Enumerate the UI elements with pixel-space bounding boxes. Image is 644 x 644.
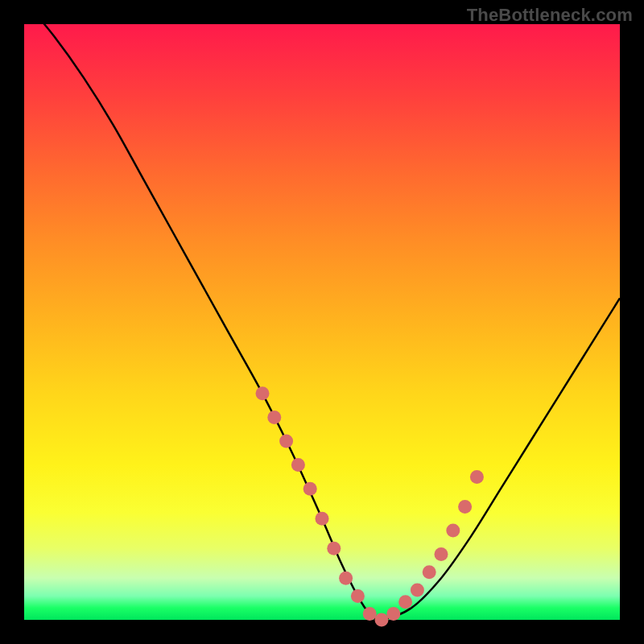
chart-plot-area — [24, 24, 620, 620]
marker-dot — [291, 458, 305, 472]
marker-dot — [446, 524, 460, 538]
marker-dot — [423, 565, 436, 579]
marker-dot — [470, 470, 484, 484]
marker-dot — [256, 386, 270, 400]
marker-dot — [411, 584, 424, 597]
marker-dot — [458, 500, 472, 514]
chart-frame: TheBottleneck.com — [0, 0, 644, 644]
marker-dot — [375, 613, 389, 627]
marker-dot — [279, 435, 293, 448]
marker-dot — [267, 411, 281, 424]
curve-path — [24, 0, 620, 620]
marker-dot — [386, 607, 400, 621]
marker-dot — [363, 607, 377, 621]
marker-dot — [398, 595, 412, 609]
marker-dot — [435, 547, 448, 561]
marker-dot — [339, 572, 353, 585]
watermark-text: TheBottleneck.com — [467, 5, 633, 26]
marker-dot — [316, 512, 329, 526]
marker-dot — [351, 589, 365, 603]
chart-svg — [24, 24, 620, 620]
marker-dot — [327, 542, 341, 555]
marker-dots — [256, 386, 484, 626]
marker-dot — [303, 482, 317, 496]
bottleneck-curve — [24, 0, 620, 620]
